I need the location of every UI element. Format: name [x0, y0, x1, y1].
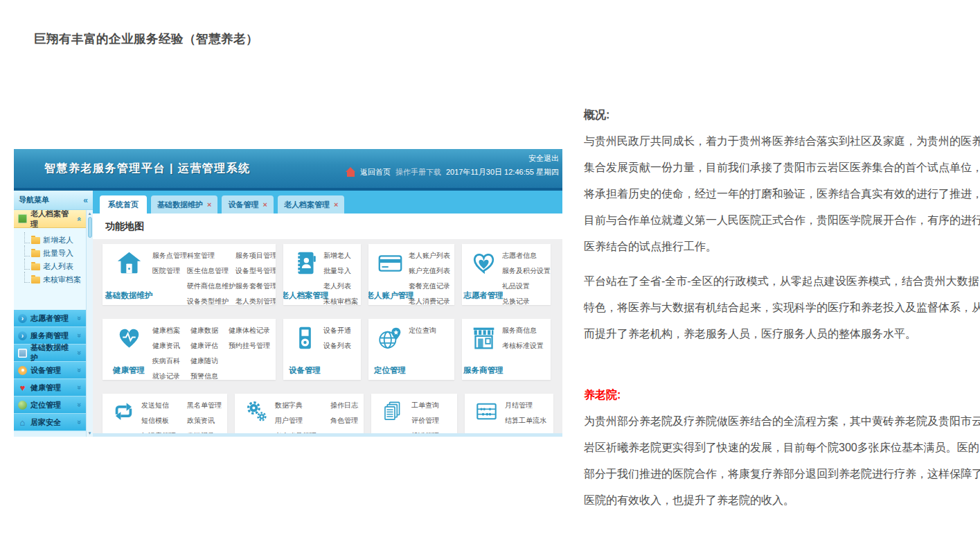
module-link[interactable]: 操作日志	[330, 401, 358, 410]
module-title[interactable]: 定位管理	[374, 365, 406, 376]
module-title[interactable]: 健康管理	[113, 365, 145, 376]
module-link[interactable]: 结算工单流水	[505, 416, 546, 426]
sidebar-item[interactable]: 健康管理»	[14, 379, 86, 397]
tab-0[interactable]: 系统首页	[100, 195, 147, 214]
logout-link[interactable]: 安全退出	[528, 153, 559, 164]
chevron-down-icon: »	[75, 351, 84, 355]
module-link[interactable]: 疾病百科	[152, 356, 180, 366]
module-link[interactable]: 设备开通	[323, 326, 351, 336]
module-link[interactable]: 健康体检记录	[229, 326, 270, 336]
module-link[interactable]: 设备列表	[323, 341, 351, 351]
tab-1[interactable]: 基础数据维护×	[151, 195, 217, 214]
module-link[interactable]: 志愿者信息	[502, 251, 551, 261]
module-link[interactable]: 数据字典	[275, 401, 317, 410]
module-link[interactable]: 科室管理	[187, 251, 235, 261]
cards-row: 发送短信短信模板知识库管理黑名单管理政策资讯发送记录数据字典用户管理老人账号管理…	[103, 394, 554, 437]
module-link[interactable]: 预约挂号管理	[229, 341, 270, 351]
module-link[interactable]: 发送记录	[187, 431, 222, 437]
sidebar-item-expanded[interactable]: 老人档案管理«	[14, 210, 86, 228]
store-icon	[471, 325, 497, 351]
module-link[interactable]: 兑换记录	[502, 297, 551, 305]
header-user-area: 安全退出 返回首页 操作手册下载 2017年11月30日 12:46:55 星期…	[346, 153, 559, 177]
module-link[interactable]: 服务商信息	[502, 326, 544, 336]
module-link[interactable]: 就诊记录	[152, 372, 180, 380]
manual-download-link[interactable]: 操作手册下载	[395, 167, 441, 177]
module-title[interactable]: 服务商管理	[463, 365, 504, 376]
close-icon[interactable]: ×	[262, 201, 267, 209]
module-link[interactable]: 老人账号管理	[275, 431, 317, 437]
module-link[interactable]: 定位查询	[409, 326, 436, 336]
module-link[interactable]: 健康数据	[190, 326, 218, 336]
module-link[interactable]: 医生信息管理	[187, 266, 235, 276]
close-icon[interactable]: ×	[334, 201, 338, 209]
module-link[interactable]: 服务及积分设置	[502, 266, 551, 276]
module-link[interactable]: 设备类型维护	[187, 297, 235, 305]
heart-outline-icon	[471, 250, 497, 276]
module-link[interactable]: 用户管理	[275, 416, 317, 426]
module-link[interactable]: 老人消费记录	[409, 297, 450, 305]
collapse-sidebar-icon[interactable]: «	[83, 195, 88, 205]
module-card: 数据字典用户管理老人账号管理操作日志角色管理	[235, 394, 364, 437]
sidebar: 导航菜单 « 老人档案管理«新增老人批量导入老人列表未核审档案志愿者管理»服务商…	[14, 191, 93, 437]
module-link[interactable]: 新增老人	[323, 251, 358, 261]
module-link[interactable]: 礼品设置	[502, 281, 551, 291]
module-link[interactable]: 服务项目管理	[235, 251, 276, 261]
module-link[interactable]: 政策资讯	[187, 416, 222, 426]
scrollbar-thumb[interactable]	[88, 217, 92, 238]
module-link[interactable]: 老人类别管理	[235, 297, 276, 305]
module-link[interactable]: 老人列表	[323, 281, 358, 291]
module-link[interactable]: 发送短信	[141, 401, 176, 410]
module-link[interactable]: 投诉管理	[411, 431, 439, 437]
tab-2[interactable]: 设备管理×	[222, 195, 273, 214]
module-link[interactable]: 老人账户列表	[409, 251, 450, 261]
module-link[interactable]: 健康评估	[190, 341, 218, 351]
link-column: 服务点管理医院管理	[152, 251, 187, 302]
sidebar-subitem[interactable]: 新增老人	[24, 234, 86, 247]
sidebar-subitem[interactable]: 未核审档案	[24, 273, 86, 286]
module-link[interactable]: 工单查询	[411, 401, 439, 410]
scroll-up-arrow-icon[interactable]: ▲	[88, 211, 92, 216]
module-link[interactable]: 服务点管理	[152, 251, 187, 261]
module-link[interactable]: 知识库管理	[141, 431, 176, 437]
home-link[interactable]: 返回首页	[360, 167, 391, 177]
module-link[interactable]: 黑名单管理	[187, 401, 222, 410]
module-link[interactable]: 设备型号管理	[235, 266, 276, 276]
module-link[interactable]: 月结管理	[505, 401, 546, 410]
module-title[interactable]: 志愿者管理	[463, 290, 504, 301]
module-link[interactable]: 健康随访	[190, 356, 218, 366]
module-link[interactable]: 考核标准设置	[502, 341, 544, 351]
module-link[interactable]: 服务套餐管理	[235, 281, 276, 291]
module-link[interactable]: 未核审档案	[323, 297, 358, 305]
sidebar-subitem[interactable]: 批量导入	[24, 247, 86, 260]
module-link[interactable]: 短信模板	[141, 416, 176, 426]
tree-branch	[24, 259, 30, 270]
module-link[interactable]: 健康档案	[152, 326, 180, 336]
card-links: 设备开通设备列表	[322, 323, 358, 376]
sidebar-item[interactable]: 定位管理»	[14, 397, 86, 414]
module-link[interactable]: 角色管理	[330, 416, 358, 426]
module-link[interactable]: 健康资讯	[152, 341, 180, 351]
tab-3[interactable]: 老人档案管理×	[278, 195, 344, 214]
tree-branch	[24, 245, 30, 256]
module-link[interactable]: 评价管理	[411, 416, 439, 426]
chevron-down-icon: »	[75, 316, 84, 320]
arrow-circle-icon	[18, 331, 27, 340]
sidebar-item[interactable]: 志愿者管理»	[14, 310, 86, 327]
sidebar-scrollbar[interactable]: ▲ ▼	[86, 210, 93, 437]
sidebar-subitem[interactable]: 老人列表	[24, 260, 86, 273]
sidebar-item[interactable]: 居家安全»	[14, 414, 86, 431]
scroll-down-arrow-icon[interactable]: ▼	[88, 431, 92, 435]
module-title[interactable]: 基础数据维护	[105, 290, 153, 301]
module-link[interactable]: 批量导入	[323, 266, 358, 276]
tree-branch	[24, 272, 30, 283]
module-title[interactable]: 设备管理	[289, 365, 321, 376]
module-link[interactable]: 预警信息	[190, 372, 218, 380]
module-link[interactable]: 账户充值列表	[409, 266, 450, 276]
module-link[interactable]: 硬件商信息维护	[187, 281, 235, 291]
module-link[interactable]: 医院管理	[152, 266, 187, 276]
sidebar-item[interactable]: 基础数据维护»	[14, 345, 86, 362]
close-icon[interactable]: ×	[207, 201, 211, 209]
module-link[interactable]: 套餐充值记录	[409, 281, 450, 291]
sidebar-item[interactable]: 设备管理»	[14, 362, 86, 379]
card-links: 服务点管理医院管理科室管理医生信息管理硬件商信息维护设备类型维护服务项目管理设备…	[151, 248, 276, 302]
